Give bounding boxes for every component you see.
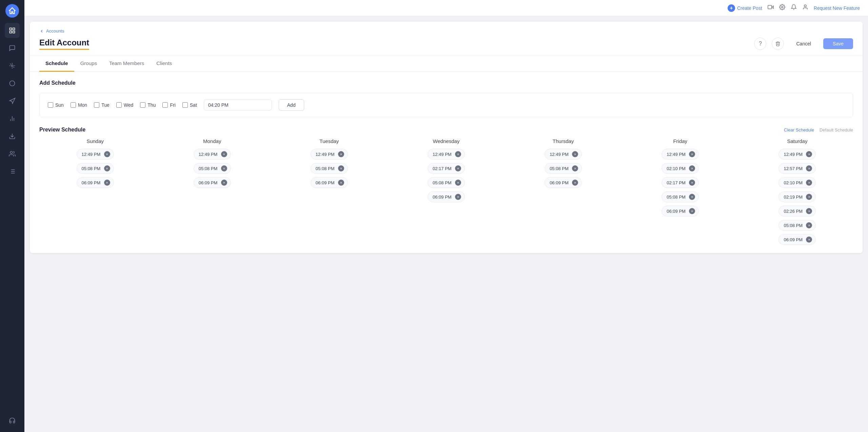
checkbox-fri[interactable]: Fri: [162, 102, 175, 108]
sidebar-item-lists[interactable]: [5, 164, 20, 179]
checkbox-sun[interactable]: Sun: [48, 102, 64, 108]
inner-content: Add Schedule Sun Mon Tue: [30, 72, 863, 253]
checkbox-thu[interactable]: Thu: [140, 102, 156, 108]
edit-account-card: Accounts Edit Account ? Cancel Save: [30, 22, 863, 253]
checkbox-tue[interactable]: Tue: [94, 102, 110, 108]
add-schedule-button[interactable]: Add: [279, 99, 304, 111]
user-icon[interactable]: [802, 4, 808, 12]
day-header-monday: Monday: [203, 138, 221, 144]
tab-groups[interactable]: Groups: [74, 56, 103, 72]
checkbox-sat[interactable]: Sat: [182, 102, 197, 108]
help-button[interactable]: ?: [754, 38, 766, 50]
time-slot-remove-button[interactable]: ×: [221, 165, 227, 171]
time-slot-remove-button[interactable]: ×: [806, 208, 812, 214]
tab-clients[interactable]: Clients: [150, 56, 178, 72]
day-header-thursday: Thursday: [553, 138, 574, 144]
checkbox-tue-input[interactable]: [94, 102, 99, 108]
time-slot-remove-button[interactable]: ×: [455, 165, 461, 171]
time-slot-remove-button[interactable]: ×: [455, 151, 461, 157]
clear-schedule-button[interactable]: Clear Schedule: [784, 127, 814, 132]
sidebar-item-analytics[interactable]: [5, 111, 20, 126]
time-slot-label: 06:09 PM: [667, 209, 686, 214]
time-slot-remove-button[interactable]: ×: [104, 151, 110, 157]
time-slot-remove-button[interactable]: ×: [104, 165, 110, 171]
time-slot: 02:17 PM×: [662, 177, 699, 188]
time-slot-remove-button[interactable]: ×: [806, 180, 812, 186]
time-slot-remove-button[interactable]: ×: [806, 165, 812, 171]
time-slot-remove-button[interactable]: ×: [104, 180, 110, 186]
svg-point-20: [782, 6, 783, 8]
breadcrumb[interactable]: Accounts: [39, 28, 853, 34]
time-slot-remove-button[interactable]: ×: [572, 165, 578, 171]
time-slot-remove-button[interactable]: ×: [806, 236, 812, 243]
time-slot: 02:26 PM×: [778, 206, 816, 217]
add-schedule-row: Sun Mon Tue Wed: [39, 93, 853, 117]
checkbox-mon[interactable]: Mon: [71, 102, 87, 108]
save-button[interactable]: Save: [823, 38, 853, 49]
tab-schedule[interactable]: Schedule: [39, 56, 74, 72]
time-slot-remove-button[interactable]: ×: [338, 180, 344, 186]
checkbox-fri-input[interactable]: [162, 102, 168, 108]
time-slot-remove-button[interactable]: ×: [221, 180, 227, 186]
day-column-sunday: Sunday12:49 PM×05:08 PM×06:09 PM×: [39, 138, 151, 245]
time-slot-remove-button[interactable]: ×: [806, 151, 812, 157]
default-schedule-button[interactable]: Default Schedule: [820, 127, 853, 132]
checkbox-thu-label: Thu: [147, 102, 156, 108]
time-slot: 12:49 PM×: [778, 149, 816, 160]
notifications-icon[interactable]: [791, 4, 797, 12]
tab-team-members[interactable]: Team Members: [103, 56, 150, 72]
time-slot-remove-button[interactable]: ×: [689, 208, 695, 214]
create-post-button[interactable]: + Create Post: [728, 4, 762, 12]
checkbox-wed-input[interactable]: [116, 102, 122, 108]
sidebar-item-loop[interactable]: [5, 76, 20, 91]
time-input[interactable]: [204, 100, 272, 110]
time-slot-label: 05:08 PM: [784, 223, 803, 228]
time-slot-label: 05:08 PM: [316, 166, 335, 171]
time-slot-label: 06:09 PM: [316, 180, 335, 185]
time-slot-remove-button[interactable]: ×: [806, 194, 812, 200]
sidebar-item-team[interactable]: [5, 146, 20, 161]
sidebar-item-campaigns[interactable]: [5, 94, 20, 108]
request-feature-link[interactable]: Request New Feature: [814, 5, 860, 11]
app-logo[interactable]: [5, 4, 19, 18]
time-slot-remove-button[interactable]: ×: [689, 151, 695, 157]
time-slot-remove-button[interactable]: ×: [455, 180, 461, 186]
video-icon[interactable]: [768, 4, 774, 12]
cancel-button[interactable]: Cancel: [789, 38, 818, 49]
day-column-tuesday: Tuesday12:49 PM×05:08 PM×06:09 PM×: [273, 138, 385, 245]
checkbox-mon-input[interactable]: [71, 102, 76, 108]
time-slot-remove-button[interactable]: ×: [572, 180, 578, 186]
checkbox-thu-input[interactable]: [140, 102, 145, 108]
checkbox-sat-input[interactable]: [182, 102, 188, 108]
settings-icon[interactable]: [779, 4, 785, 12]
sidebar-item-dashboard[interactable]: [5, 23, 20, 38]
sidebar-item-messages[interactable]: [5, 41, 20, 56]
time-slot-label: 12:49 PM: [82, 152, 101, 157]
delete-button[interactable]: [772, 38, 784, 50]
time-slot-label: 12:49 PM: [433, 152, 452, 157]
sidebar-item-support[interactable]: [5, 413, 20, 428]
time-slot-remove-button[interactable]: ×: [689, 165, 695, 171]
time-slot-remove-button[interactable]: ×: [221, 151, 227, 157]
time-slot-remove-button[interactable]: ×: [338, 165, 344, 171]
sidebar-item-downloads[interactable]: [5, 129, 20, 144]
time-slot-label: 02:19 PM: [784, 194, 803, 200]
day-column-thursday: Thursday12:49 PM×05:08 PM×06:09 PM×: [508, 138, 619, 245]
checkbox-sun-input[interactable]: [48, 102, 53, 108]
time-slot-remove-button[interactable]: ×: [689, 180, 695, 186]
main-area: + Create Post Request New: [24, 0, 868, 432]
time-slot-label: 12:57 PM: [784, 166, 803, 171]
checkbox-wed[interactable]: Wed: [116, 102, 134, 108]
checkbox-sun-label: Sun: [55, 102, 64, 108]
time-slot-remove-button[interactable]: ×: [572, 151, 578, 157]
day-header-sunday: Sunday: [86, 138, 104, 144]
svg-point-21: [804, 5, 806, 7]
time-slot-remove-button[interactable]: ×: [338, 151, 344, 157]
time-slot-remove-button[interactable]: ×: [689, 194, 695, 200]
add-schedule-title: Add Schedule: [39, 80, 853, 86]
time-slot-remove-button[interactable]: ×: [806, 222, 812, 228]
sidebar-item-network[interactable]: [5, 58, 20, 73]
time-slot: 12:49 PM×: [428, 149, 465, 160]
time-slot-remove-button[interactable]: ×: [455, 194, 461, 200]
time-slot: 06:09 PM×: [778, 234, 816, 245]
